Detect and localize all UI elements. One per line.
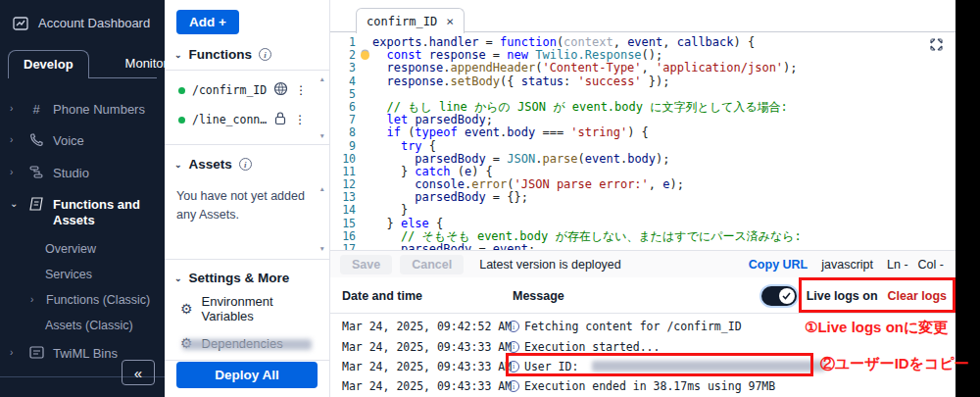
live-logs-toggle[interactable] bbox=[761, 286, 797, 306]
chevron-right-icon: › bbox=[10, 133, 20, 147]
environment-variables-item[interactable]: ⚙ Environment Variables bbox=[165, 288, 329, 329]
status-dot-icon bbox=[178, 117, 185, 124]
annotation-step2: ②ユーザーIDをコピー bbox=[820, 355, 969, 373]
log-time: Mar 24, 2025, 09:43:33 AM bbox=[330, 360, 503, 373]
sidebar-item-overview[interactable]: Overview bbox=[0, 236, 165, 262]
studio-flow-icon bbox=[27, 166, 45, 178]
gear-icon: ⚙ bbox=[180, 301, 193, 317]
editor-tab-confirm-id[interactable]: confirm_ID × bbox=[356, 8, 465, 33]
sidebar-item-phone-numbers[interactable]: › # Phone Numbers bbox=[0, 94, 165, 125]
sidebar-item-services[interactable]: Services bbox=[0, 262, 165, 287]
sidebar-subitem-label: Services bbox=[45, 268, 92, 281]
column-date-and-time: Date and time bbox=[342, 289, 422, 303]
info-icon: i bbox=[508, 341, 519, 353]
function-name: /line_conn… bbox=[192, 113, 267, 126]
cancel-button[interactable]: Cancel bbox=[400, 255, 464, 274]
functions-section-header[interactable]: ⌄ Functions i bbox=[165, 44, 329, 65]
scroll-up-icon[interactable]: ▲ bbox=[319, 75, 325, 82]
chevron-down-icon: ⌄ bbox=[10, 197, 20, 211]
assets-empty-text: You have not yet added any Assets. bbox=[176, 189, 305, 222]
function-item-line-conn[interactable]: /line_conn… ⋮ bbox=[165, 105, 329, 134]
sidebar-item-assets-classic[interactable]: Assets (Classic) bbox=[0, 313, 165, 338]
functions-list: /confirm_ID ⋮ /line_conn… ⋮ ▲ ▼ bbox=[165, 70, 329, 145]
chevron-down-icon: ⌄ bbox=[174, 50, 182, 60]
scroll-down-icon[interactable]: ▼ bbox=[319, 132, 325, 139]
assets-empty-state: You have not yet added any Assets. ▲ ▼ bbox=[165, 179, 329, 260]
log-row[interactable]: Mar 24, 2025, 09:43:33 AM i Execution en… bbox=[330, 376, 956, 396]
toggle-knob bbox=[779, 288, 795, 304]
public-visibility-icon[interactable] bbox=[273, 81, 288, 99]
kebab-menu-icon[interactable]: ⋮ bbox=[295, 83, 307, 97]
function-name: /confirm_ID bbox=[192, 83, 267, 97]
settings-divider bbox=[165, 360, 329, 361]
save-button[interactable]: Save bbox=[340, 255, 392, 274]
column-message: Message bbox=[513, 289, 564, 303]
left-sidebar: Account Dashboard Develop Monitor › # Ph… bbox=[0, 0, 165, 397]
twiml-bins-icon bbox=[27, 346, 45, 359]
log-time: Mar 24, 2025, 09:43:33 AM bbox=[330, 340, 503, 354]
chevron-right-icon: › bbox=[10, 102, 20, 116]
twilio-console-app: Account Dashboard Develop Monitor › # Ph… bbox=[0, 0, 980, 397]
log-time: Mar 24, 2025, 09:42:52 AM bbox=[330, 320, 503, 333]
expand-editor-icon[interactable] bbox=[930, 38, 943, 54]
info-icon: i bbox=[508, 321, 519, 332]
sidebar-subitem-label: Overview bbox=[45, 242, 96, 256]
sidebar-tabs: Develop Monitor bbox=[8, 50, 157, 78]
info-icon: i bbox=[239, 158, 252, 171]
col-indicator: Col - bbox=[918, 258, 944, 272]
sidebar-subitem-label: Assets (Classic) bbox=[45, 319, 133, 332]
settings-section-header[interactable]: ⌄ Settings & More bbox=[165, 268, 329, 288]
log-message: Execution ended in 38.17ms using 97MB bbox=[524, 379, 775, 393]
service-panel: Add + ⌄ Functions i /confirm_ID ⋮ /line_… bbox=[165, 0, 330, 397]
settings-item-label: Environment Variables bbox=[202, 294, 314, 323]
code-lines: exports.handler = function(context, even… bbox=[372, 36, 944, 250]
log-message: Fetching content for /confirm_ID bbox=[524, 320, 742, 333]
sidebar-item-functions-and-assets[interactable]: ⌄ Functions and Assets bbox=[0, 189, 165, 237]
redacted-service-name bbox=[182, 339, 312, 350]
code-editor[interactable]: 1234567891011121314151617 exports.handle… bbox=[330, 32, 956, 250]
status-dot-icon bbox=[178, 87, 185, 94]
scroll-up-icon[interactable]: ▲ bbox=[319, 184, 325, 194]
sidebar-item-label: Voice bbox=[53, 133, 84, 149]
sidebar-item-label: Phone Numbers bbox=[53, 102, 145, 118]
chevron-down-icon: ⌄ bbox=[174, 160, 182, 170]
sidebar-item-label: TwiML Bins bbox=[53, 346, 118, 362]
toolbar-right-group: Copy URL javascript Ln - Col - bbox=[749, 258, 946, 272]
editor-and-logs: confirm_ID × 1234567891011121314151617 e… bbox=[330, 0, 956, 397]
language-label: javascript bbox=[821, 258, 873, 272]
protected-visibility-icon[interactable] bbox=[273, 111, 287, 128]
chevron-down-icon: ⌄ bbox=[174, 273, 182, 283]
annotation-box-user-id bbox=[506, 353, 813, 376]
deploy-all-button[interactable]: Deploy All bbox=[176, 362, 318, 388]
kebab-menu-icon[interactable]: ⋮ bbox=[294, 113, 306, 126]
log-message: Execution started... bbox=[524, 340, 660, 354]
scroll-down-icon[interactable]: ▼ bbox=[319, 244, 325, 254]
gutter: 1234567891011121314151617 bbox=[330, 36, 356, 250]
function-item-confirm-id[interactable]: /confirm_ID ⋮ bbox=[165, 75, 329, 105]
sidebar-nav: › # Phone Numbers › Voice › Studio ⌄ bbox=[0, 94, 165, 377]
quick-fix-lightbulb-icon[interactable] bbox=[361, 51, 369, 60]
account-dashboard-label: Account Dashboard bbox=[38, 16, 150, 30]
sidebar-item-functions-classic[interactable]: › Functions (Classic) bbox=[0, 287, 165, 313]
add-button[interactable]: Add + bbox=[176, 10, 239, 34]
tab-develop[interactable]: Develop bbox=[8, 50, 89, 78]
sidebar-item-label: Studio bbox=[53, 166, 89, 181]
functions-icon bbox=[27, 197, 45, 211]
functions-header-label: Functions bbox=[189, 47, 253, 62]
assets-section-header[interactable]: ⌄ Assets i bbox=[165, 154, 329, 174]
deploy-status-text: Latest version is deployed bbox=[479, 258, 621, 272]
editor-tab-label: confirm_ID bbox=[367, 15, 437, 28]
functions-assets-submenu: Overview Services › Functions (Classic) … bbox=[0, 236, 165, 338]
close-icon[interactable]: × bbox=[446, 14, 454, 28]
copy-url-link[interactable]: Copy URL bbox=[749, 258, 808, 272]
annotation-step1: ①Live logs onに変更 bbox=[805, 319, 948, 337]
account-dashboard-link[interactable]: Account Dashboard bbox=[0, 0, 165, 40]
chevron-right-icon: › bbox=[10, 166, 20, 179]
info-icon: i bbox=[508, 380, 519, 392]
sidebar-item-studio[interactable]: › Studio bbox=[0, 158, 165, 189]
sidebar-item-voice[interactable]: › Voice bbox=[0, 125, 165, 157]
sidebar-collapse-button[interactable]: « bbox=[122, 360, 155, 385]
chevron-right-icon: › bbox=[10, 346, 20, 360]
log-time: Mar 24, 2025, 09:43:33 AM bbox=[330, 379, 503, 393]
editor-tabbar: confirm_ID × bbox=[330, 0, 956, 32]
